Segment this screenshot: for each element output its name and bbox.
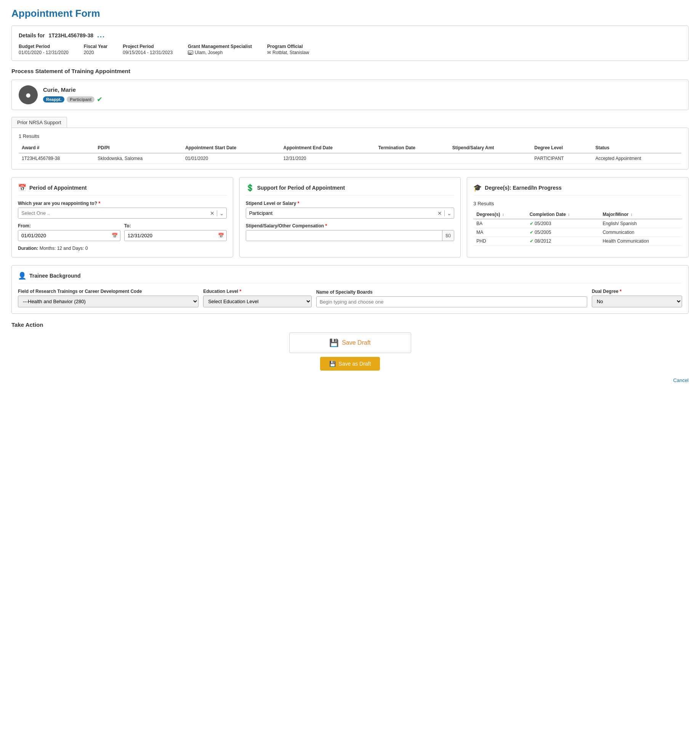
col-completion-date: Completion Date ↕	[527, 210, 600, 219]
table-row: 1T23HL456789-38 Sklodowska, Salomea 01/0…	[19, 153, 681, 164]
graduation-icon: 🎓	[473, 184, 482, 192]
save-draft-outline-button[interactable]: 💾 Save Draft	[289, 333, 411, 353]
to-date-field[interactable]	[125, 230, 216, 241]
compensation-field[interactable]	[246, 230, 442, 241]
stipend-level-input[interactable]: ✕ ⌄	[246, 208, 455, 219]
degrees-table: Degrees(s) ↕ Completion Date ↕ Major/Min…	[473, 210, 682, 246]
research-label: Field of Research Trainings or Career De…	[18, 289, 199, 294]
chevron-down-icon[interactable]: ⌄	[217, 210, 226, 216]
process-section-title: Process Statement of Training Appointmen…	[11, 68, 689, 74]
col-termination: Termination Date	[375, 143, 449, 153]
trainee-bg-section: 👤 Trainee Background Field of Research T…	[11, 265, 689, 314]
dual-degree-select[interactable]: No Yes	[592, 296, 682, 307]
from-date-field[interactable]	[18, 230, 109, 241]
dual-degree-group: Dual Degree * No Yes	[592, 289, 682, 307]
col-pdpi: PD/PI	[95, 143, 182, 153]
fiscal-year-item: Fiscal Year 2020	[84, 44, 108, 55]
cell-completion: ✔ 05/2003	[527, 219, 600, 228]
save-as-draft-label: Save as Draft	[339, 361, 371, 367]
to-date-input[interactable]: 📅	[124, 230, 227, 241]
degrees-table-row: MA ✔ 05/2005 Communication	[473, 228, 682, 237]
project-period-label: Project Period	[123, 44, 173, 49]
req-star: *	[98, 201, 100, 206]
envelope-icon-2: ✉	[267, 50, 271, 55]
check-icon: ✔	[97, 95, 103, 104]
cell-degree-level: PARTICIPANT	[531, 153, 592, 164]
sort-icon-degree: ↕	[502, 213, 504, 217]
year-label: Which year are you reappointing to? *	[18, 201, 227, 206]
budget-period-label: Budget Period	[19, 44, 69, 49]
research-select[interactable]: ---Health and Behavior (280)	[18, 296, 199, 307]
calendar-icon-from[interactable]: 📅	[109, 233, 120, 238]
cancel-link[interactable]: Cancel	[673, 377, 689, 383]
education-level-group: Education Level * Select Education Level	[203, 289, 312, 307]
col-degree-level: Degree Level	[531, 143, 592, 153]
details-dots: ...	[97, 31, 105, 39]
degrees-table-row: BA ✔ 05/2003 English/ Spanish	[473, 219, 682, 228]
degrees-panel: 🎓 Degree(s): Earned/In Progress 3 Result…	[467, 177, 689, 257]
stipend-level-field[interactable]	[246, 208, 436, 218]
cell-degree: MA	[473, 228, 526, 237]
cell-start-date: 01/01/2020	[182, 153, 280, 164]
chevron-down-icon-2[interactable]: ⌄	[444, 210, 454, 216]
person-icon: ●	[25, 89, 31, 101]
budget-period-item: Budget Period 01/01/2020 - 12/31/2020	[19, 44, 69, 55]
year-select-input[interactable]: ✕ ⌄	[18, 208, 227, 219]
avatar: ●	[19, 85, 38, 104]
cell-completion: ✔ 08/2012	[527, 237, 600, 246]
req-star-edu: *	[240, 289, 242, 294]
trainee-bg-title: 👤 Trainee Background	[18, 272, 682, 283]
save-draft-outline-label: Save Draft	[342, 339, 371, 346]
cell-pdpi: Sklodowska, Salomea	[95, 153, 182, 164]
calendar-icon: 📅	[18, 184, 26, 192]
cell-major: Communication	[599, 228, 682, 237]
col-degree: Degrees(s) ↕	[473, 210, 526, 219]
sort-icon-completion: ↕	[568, 213, 570, 217]
clear-icon-2[interactable]: ✕	[435, 210, 444, 216]
research-field-group: Field of Research Trainings or Career De…	[18, 289, 199, 307]
prior-nrsa-tab[interactable]: Prior NRSA Support	[11, 117, 67, 128]
year-select-group: Which year are you reappointing to? * ✕ …	[18, 201, 227, 219]
col-stipend: Stipend/Salary Amt	[449, 143, 531, 153]
duration-value: Months: 12 and Days: 0	[40, 246, 88, 251]
duration-label: Duration:	[18, 246, 38, 251]
compensation-suffix: $0	[442, 230, 454, 241]
support-panel-title: 💲 Support for Period of Appointment	[246, 184, 455, 195]
action-buttons: 💾 Save Draft 💾 Save as Draft Cancel	[11, 333, 689, 383]
req-star-3: *	[325, 223, 327, 229]
take-action-section: Take Action 💾 Save Draft 💾 Save as Draft…	[11, 321, 689, 383]
cell-termination	[375, 153, 449, 164]
compensation-input[interactable]: $0	[246, 230, 455, 241]
person-card-icon: 👤	[18, 272, 26, 280]
po-label: Program Official	[267, 44, 309, 49]
gms-value: ✉ Ulam, Joseph	[188, 50, 252, 55]
stipend-level-label: Stipend Level or Salary *	[246, 201, 455, 206]
clear-icon[interactable]: ✕	[208, 210, 217, 216]
col-major-minor: Major/Minor ↕	[599, 210, 682, 219]
date-range-group: From: 📅 To: 📅	[18, 223, 227, 241]
save-as-draft-button[interactable]: 💾 Save as Draft	[320, 357, 380, 371]
sort-icon-major: ↕	[631, 213, 633, 217]
from-date-input[interactable]: 📅	[18, 230, 120, 241]
gms-label: Grant Management Specialist	[188, 44, 252, 49]
specialty-label: Name of Specialty Boards	[316, 289, 587, 295]
specialty-input[interactable]	[316, 296, 587, 307]
participant-info: Curie, Marie Reappt. Participant ✔	[43, 86, 103, 104]
prior-nrsa-section: Prior NRSA Support 1 Results Award # PD/…	[11, 117, 689, 169]
participant-box: ● Curie, Marie Reappt. Participant ✔	[11, 80, 689, 110]
period-panel-title: 📅 Period of Appointment	[18, 184, 227, 195]
calendar-icon-to[interactable]: 📅	[216, 233, 226, 238]
take-action-title: Take Action	[11, 321, 689, 328]
cell-degree: BA	[473, 219, 526, 228]
cell-major: English/ Spanish	[599, 219, 682, 228]
education-select[interactable]: Select Education Level	[203, 296, 312, 307]
cell-award: 1T23HL456789-38	[19, 153, 95, 164]
trainee-bg-fields: Field of Research Trainings or Career De…	[18, 289, 682, 307]
degrees-results-count: 3 Results	[473, 201, 682, 206]
budget-period-value: 01/01/2020 - 12/31/2020	[19, 50, 69, 55]
year-input-field[interactable]	[18, 208, 208, 218]
reappt-badge: Reappt.	[43, 96, 64, 102]
specialty-boards-group: Name of Specialty Boards	[316, 289, 587, 307]
duration-group: Duration: Months: 12 and Days: 0	[18, 246, 227, 251]
from-date-group: From: 📅	[18, 223, 120, 241]
